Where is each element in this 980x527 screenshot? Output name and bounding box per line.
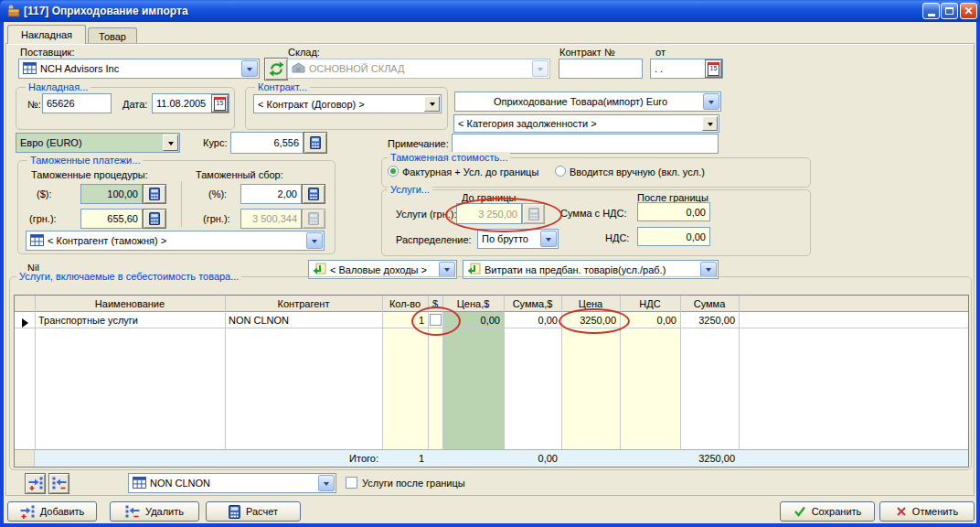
invoice-no-label: №: [27, 99, 41, 110]
contract-value: < Контракт (Договор) > [258, 99, 365, 110]
delete-button[interactable]: Удалить [110, 501, 199, 522]
usd-calc-button[interactable] [143, 184, 166, 204]
invoice-date-value: 11.08.2005 [156, 98, 206, 109]
radio-invoice-plus-services-label[interactable]: Фактурная + Усл. до границы [402, 167, 538, 177]
remove-row-button[interactable] [48, 473, 69, 494]
calculator-icon [308, 212, 319, 225]
chevron-down-icon[interactable] [703, 93, 719, 110]
rate-label: Курс: [203, 137, 227, 148]
vat-value: 0,00 [687, 231, 706, 242]
chevron-down-icon[interactable] [700, 262, 717, 277]
cancel-button[interactable]: Отменить [879, 501, 975, 522]
delete-button-label: Удалить [145, 506, 184, 517]
invoice-group-label: Накладная... [26, 81, 91, 92]
currency-combobox[interactable]: Евро (EURO) [16, 133, 180, 153]
totals-qty: 1 [382, 450, 428, 466]
invoice-no-input[interactable]: 65626 [42, 93, 112, 113]
chevron-down-icon[interactable] [306, 232, 323, 249]
customs-agent-combobox[interactable]: < Контрагент (таможня) > [26, 231, 325, 251]
totals-sum-usd: 0,00 [504, 450, 561, 466]
refresh-icon [269, 61, 284, 77]
invoice-date-calendar-button[interactable]: 15 [211, 94, 229, 113]
tab-goods[interactable]: Товар [88, 27, 137, 44]
operation-type-combobox[interactable]: Оприходование Товара(импорт) Euro [454, 91, 721, 112]
save-button[interactable]: Сохранить [780, 501, 875, 522]
warehouse-label: Склад: [288, 47, 320, 58]
invoice-date-label: Дата: [122, 99, 147, 110]
calc-button-label: Расчет [246, 506, 278, 517]
before-border-label: До границы [462, 192, 516, 203]
radio-manual-entry-label[interactable]: Вводится вручную (вкл. усл.) [570, 167, 705, 177]
contract-no-input[interactable] [559, 59, 643, 79]
footer-agent-value: NON CLNON [150, 478, 210, 489]
pct-input[interactable]: 2,00 [240, 184, 302, 204]
cell-qty: 1 [382, 312, 428, 328]
rate-input[interactable]: 6,556 [230, 132, 304, 154]
grn2-label: (грн.): [203, 213, 230, 224]
minimize-button[interactable] [922, 3, 940, 19]
supplier-combobox[interactable]: NCH Advisors Inc [18, 59, 260, 79]
add-button[interactable]: Добавить [7, 501, 97, 522]
customs-value-group-label: Таможенная стоимость... [388, 152, 510, 163]
close-button[interactable]: ✕ [960, 3, 977, 19]
totals-sum: 3250,00 [680, 450, 739, 466]
customs-agent-value: < Контрагент (таможня) > [48, 235, 166, 246]
cell-vat: 0,00 [620, 312, 680, 328]
header-marker-cell [15, 296, 35, 311]
services-after-border-checkbox[interactable] [346, 477, 357, 489]
distribution-value: По брутто [482, 233, 528, 244]
sum-vat-value: 0,00 [687, 207, 706, 218]
maximize-icon [945, 7, 953, 15]
note-input[interactable] [452, 134, 719, 154]
chevron-down-icon[interactable] [439, 262, 455, 277]
dropdown-arrow-icon[interactable] [424, 96, 440, 112]
tab-goods-label: Товар [99, 31, 126, 42]
usd-flag-checkbox[interactable] [430, 314, 442, 326]
grn-calc-button[interactable] [143, 209, 166, 229]
vat-input[interactable]: 0,00 [637, 227, 710, 246]
chevron-down-icon[interactable] [540, 231, 557, 247]
chevron-down-icon[interactable] [318, 475, 335, 491]
contract-combobox[interactable]: < Контракт (Договор) > [253, 94, 442, 113]
grn-input[interactable]: 655,60 [80, 209, 143, 229]
cancel-button-label: Отменить [912, 506, 958, 517]
rate-value: 6,556 [273, 137, 299, 148]
maximize-button[interactable] [941, 3, 958, 19]
supplier-label: Поставщик: [20, 47, 74, 58]
calc-button[interactable]: Расчет [206, 501, 301, 522]
header-price: Цена [561, 296, 620, 311]
rate-calc-button[interactable] [304, 132, 327, 154]
warehouse-icon [292, 62, 305, 75]
header-name: Наименование [35, 296, 225, 311]
calendar-icon: 15 [708, 62, 719, 76]
chevron-down-icon[interactable] [241, 60, 258, 77]
dropdown-arrow-icon[interactable] [702, 116, 718, 131]
calculator-icon [528, 208, 539, 220]
distribution-label: Распределение: [396, 234, 472, 245]
debt-category-combobox[interactable]: < Категория задолженности > [453, 114, 719, 133]
dropdown-arrow-icon[interactable] [163, 134, 178, 151]
grn2-input: 3 500,344 [240, 209, 302, 229]
radio-invoice-plus-services[interactable] [388, 166, 399, 177]
services-after-border-label[interactable]: Услуги после границы [362, 478, 465, 489]
header-agent: Контрагент [225, 296, 382, 311]
sum-vat-input[interactable]: 0,00 [637, 202, 710, 221]
services-table-group-label: Услуги, включаемые в себестоимость товар… [16, 271, 241, 282]
distribution-combobox[interactable]: По брутто [477, 229, 559, 249]
usd-value: 100,00 [107, 188, 138, 199]
tab-invoice[interactable]: Накладная [7, 25, 86, 44]
x-icon [896, 506, 907, 517]
refresh-supplier-button[interactable] [264, 58, 288, 81]
app-window: [117] Оприходование импорта ✕ Накладная … [0, 0, 980, 527]
add-row-icon [28, 477, 43, 490]
radio-manual-entry[interactable] [555, 166, 566, 177]
usd-input[interactable]: 100,00 [80, 184, 143, 204]
warehouse-combobox: ОСНОВНОЙ СКЛАД [287, 59, 550, 79]
calendar-icon: 15 [214, 97, 226, 111]
grn2-value: 3 500,344 [252, 213, 297, 224]
add-row-button[interactable] [25, 473, 46, 494]
from-date-calendar-button[interactable]: 15 [705, 59, 722, 78]
header-usd-flag: $ [428, 296, 442, 311]
footer-agent-combobox[interactable]: NON CLNON [128, 473, 336, 493]
pct-calc-button[interactable] [302, 184, 325, 204]
